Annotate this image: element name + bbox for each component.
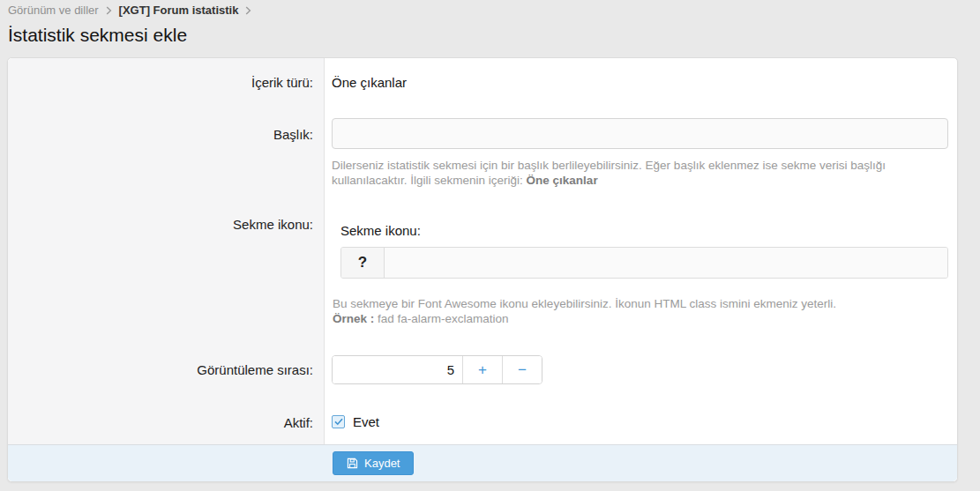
title-help-plain: Dilerseniz istatistik sekmesi için bir b… <box>332 159 886 187</box>
active-checkbox-label: Evet <box>353 414 379 429</box>
tab-icon-label: Sekme ikonu: <box>8 217 324 326</box>
title-help-bold: Öne çıkanlar <box>527 174 598 187</box>
tab-icon-help-text: Bu sekmeye bir Font Awesome ikonu ekleye… <box>333 297 948 326</box>
form-row-display-order: Görüntüleme sırası: + − <box>8 355 957 384</box>
tab-icon-example-value: fad fa-alarm-exclamation <box>374 312 508 325</box>
increment-button[interactable]: + <box>462 356 502 383</box>
form-footer: Kaydet <box>8 444 957 481</box>
display-order-label: Görüntüleme sırası: <box>8 355 324 384</box>
page-title: İstatistik sekmesi ekle <box>8 25 980 46</box>
breadcrumb-item-forum-statistics[interactable]: [XGT] Forum istatistik <box>119 4 239 17</box>
decrement-button[interactable]: − <box>502 356 542 383</box>
display-order-stepper: + − <box>332 355 542 384</box>
save-button-label: Kaydet <box>364 457 400 470</box>
save-icon <box>347 458 358 469</box>
breadcrumb: Görünüm ve diller [XGT] Forum istatistik <box>0 0 980 17</box>
chevron-right-icon <box>245 6 251 15</box>
form-row-content-type: İçerik türü: Öne çıkanlar <box>8 58 957 91</box>
tab-icon-inner-heading: Sekme ikonu: <box>340 223 948 238</box>
content-type-value: Öne çıkanlar <box>332 75 407 90</box>
active-checkbox-row: Evet <box>332 414 948 429</box>
display-order-input[interactable] <box>333 356 462 383</box>
tab-icon-input[interactable] <box>385 248 947 278</box>
plus-icon: + <box>478 361 487 379</box>
form-row-tab-icon: Sekme ikonu: Sekme ikonu: ? Bu sekmeye b… <box>8 217 957 326</box>
tab-icon-example-label: Örnek : <box>333 312 374 325</box>
title-input[interactable] <box>332 118 948 149</box>
tab-icon-help-line1: Bu sekmeye bir Font Awesome ikonu ekleye… <box>333 297 836 310</box>
chevron-right-icon <box>106 6 112 15</box>
checkmark-icon <box>334 418 343 426</box>
title-help-text: Dilerseniz istatistik sekmesi için bir b… <box>332 159 948 188</box>
breadcrumb-item-appearance[interactable]: Görünüm ve diller <box>8 4 99 17</box>
form-row-active: Aktif: Evet <box>8 414 957 444</box>
tab-icon-input-group: ? <box>340 247 948 279</box>
title-label: Başlık: <box>8 118 324 188</box>
active-label: Aktif: <box>8 414 324 430</box>
active-checkbox[interactable] <box>332 415 345 428</box>
content-type-label: İçerik türü: <box>8 75 324 91</box>
question-mark-icon: ? <box>341 248 385 278</box>
save-button[interactable]: Kaydet <box>333 451 414 475</box>
minus-icon: − <box>518 361 527 379</box>
form-row-title: Başlık: Dilerseniz istatistik sekmesi iç… <box>8 118 957 188</box>
add-statistics-tab-form: İçerik türü: Öne çıkanlar Başlık: Dilers… <box>7 57 958 482</box>
